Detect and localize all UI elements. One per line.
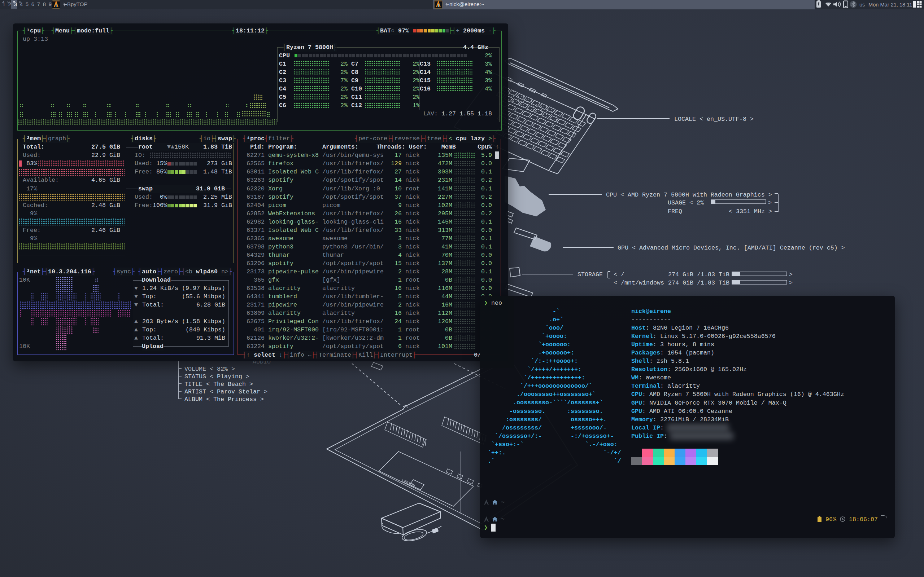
svg-text:GPU < Advanced Micro Devices,: GPU < Advanced Micro Devices, Inc. [AMD/…	[617, 245, 845, 251]
svg-text:>: >	[768, 200, 772, 206]
svg-text:USAGE < 2%: USAGE < 2%	[668, 200, 704, 206]
svg-text:LOCALE < en_US.UTF-8 >: LOCALE < en_US.UTF-8 >	[674, 116, 754, 122]
svg-text:VOLUME < 82% >: VOLUME < 82% >	[184, 366, 235, 372]
svg-text:274 GiB /1.83 TiB: 274 GiB /1.83 TiB	[668, 279, 729, 286]
svg-text:>: >	[789, 279, 793, 286]
svg-text:ALBUM < The Princess >: ALBUM < The Princess >	[184, 396, 264, 403]
svg-text:CPU < AMD Ryzen 7 5800H with R: CPU < AMD Ryzen 7 5800H with Radeon Grap…	[606, 192, 772, 198]
svg-text:< /: < /	[614, 271, 624, 278]
svg-text:274 GiB /1.83 TiB: 274 GiB /1.83 TiB	[668, 271, 729, 278]
svg-text:STORAGE: STORAGE	[577, 271, 603, 278]
svg-text:>: >	[789, 271, 793, 278]
svg-text:ARTIST < Parov Stelar >: ARTIST < Parov Stelar >	[184, 388, 267, 395]
svg-text:< 3351 MHz >: < 3351 MHz >	[729, 208, 772, 215]
svg-text:TITLE < The Beach >: TITLE < The Beach >	[184, 381, 253, 388]
svg-text:STATUS < Playing >: STATUS < Playing >	[184, 373, 249, 380]
svg-text:< /mnt/windows: < /mnt/windows	[614, 279, 664, 286]
svg-text:FREQ: FREQ	[668, 208, 682, 215]
